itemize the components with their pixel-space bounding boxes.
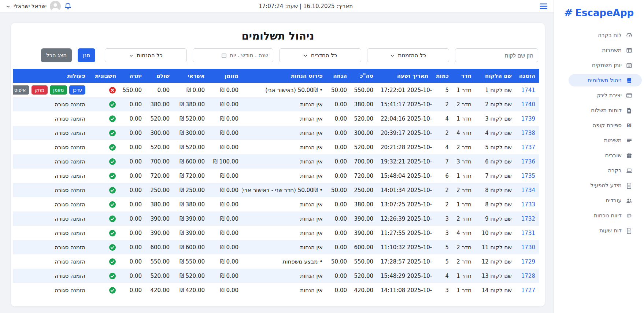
delete-button[interactable]: מחק bbox=[32, 85, 48, 95]
payment-row: 1732שם לקוח 9חדר 2312:26:39 2025-10-1439… bbox=[13, 211, 539, 226]
invoice-approved-icon bbox=[109, 144, 116, 151]
customer-name-cell: שם לקוח 5 bbox=[475, 140, 515, 154]
sidebar-item[interactable]: בקרה bbox=[569, 164, 642, 177]
order-link[interactable]: 1738 bbox=[521, 130, 535, 136]
order-link[interactable]: 1731 bbox=[521, 230, 535, 236]
datetime-cell: 12:26:39 2025-10-14 bbox=[377, 211, 432, 226]
invoice-approved-icon bbox=[109, 187, 116, 194]
avatar[interactable] bbox=[50, 1, 61, 12]
invoice-status-cell bbox=[89, 111, 120, 126]
order-link[interactable]: 1736 bbox=[521, 158, 535, 165]
column-header: שולם bbox=[145, 69, 173, 83]
room-cell: חדר 1 bbox=[452, 83, 475, 97]
room-cell: חדר 1 bbox=[452, 111, 475, 126]
room-cell: חדר 1 bbox=[452, 283, 475, 297]
user-menu[interactable]: ישראל ישראלי bbox=[6, 1, 72, 12]
actions-cell: הזמנה סגורה bbox=[13, 154, 89, 169]
chevron-down-icon bbox=[303, 54, 308, 58]
laptop-icon bbox=[626, 167, 632, 174]
filter-button[interactable]: סנן bbox=[78, 48, 95, 62]
show-all-button[interactable]: הצג הכל bbox=[41, 48, 72, 62]
order-link[interactable]: 1732 bbox=[521, 216, 535, 222]
customer-name-input[interactable] bbox=[455, 48, 538, 62]
paid-cell: 380.00 bbox=[145, 197, 173, 211]
quantity-cell: 6 bbox=[432, 169, 452, 183]
discounts-select[interactable]: כל ההנחות bbox=[105, 48, 187, 62]
sidebar-item[interactable]: שוברים bbox=[569, 149, 642, 162]
sidebar-item[interactable]: ניהול תשלומים bbox=[569, 74, 642, 86]
datetime-cell: 11:27:55 2025-10-14 bbox=[377, 226, 432, 240]
calendar-icon bbox=[221, 53, 227, 58]
discount-details-cell: אין הנחות bbox=[242, 154, 326, 169]
sidebar-item[interactable]: יצירת לינק bbox=[569, 89, 642, 102]
quantity-cell: 3 bbox=[432, 283, 452, 297]
discount-cell: 0.00 bbox=[326, 283, 351, 297]
order-link[interactable]: 1728 bbox=[521, 273, 535, 279]
room-cell: חדר 2 bbox=[452, 97, 475, 111]
order-link[interactable]: 1727 bbox=[521, 287, 535, 294]
credit-cell: ₪ 600.00 bbox=[173, 240, 208, 254]
invoice-approved-icon bbox=[109, 229, 116, 237]
notifications-bell-icon[interactable] bbox=[64, 2, 72, 10]
sidebar-item[interactable]: ₪ספירת קופה bbox=[569, 119, 642, 132]
order-link[interactable]: 1735 bbox=[521, 173, 535, 179]
sidebar-item[interactable]: דוח שעות bbox=[569, 224, 642, 237]
rooms-select[interactable]: כל החדרים bbox=[279, 48, 361, 62]
sidebar-item[interactable]: יומן משחקים bbox=[569, 59, 642, 71]
order-link[interactable]: 1737 bbox=[521, 144, 535, 151]
discount-cell: 0.00 bbox=[326, 240, 351, 254]
balance-cell: 0.00 bbox=[120, 197, 145, 211]
credit-cell: ₪ 390.00 bbox=[173, 226, 208, 240]
order-link[interactable]: 1730 bbox=[521, 244, 535, 251]
datetime-cell: 20:39:17 2025-10-14 bbox=[377, 126, 432, 140]
hamburger-menu-icon[interactable] bbox=[540, 3, 548, 10]
svg-text:₪: ₪ bbox=[627, 123, 632, 128]
sidebar-item-label: יומן משחקים bbox=[592, 62, 622, 69]
sidebar-item[interactable]: לוח בקרה bbox=[569, 29, 642, 41]
order-link[interactable]: 1729 bbox=[521, 258, 535, 265]
quantity-cell: 3 bbox=[432, 211, 452, 226]
balance-cell: 0.00 bbox=[120, 283, 145, 297]
cash-cell: ₪ 0.00 bbox=[208, 226, 242, 240]
orders-select-value: כל ההזמנות bbox=[398, 52, 426, 59]
balance-cell: 0.00 bbox=[120, 154, 145, 169]
column-header: כמות bbox=[432, 69, 452, 83]
sidebar-item[interactable]: דוחות תשלום bbox=[569, 104, 642, 117]
sidebar-item[interactable]: דיווח נוכחות bbox=[569, 209, 642, 222]
date-input[interactable]: שנה . חודש . יום bbox=[193, 48, 273, 62]
cash-cell: ₪ 100.00 bbox=[208, 154, 242, 169]
discount-cell: 0.00 bbox=[326, 140, 351, 154]
discount-details-cell: אין הנחות bbox=[242, 126, 326, 140]
payment-row: 1730שם לקוח 11חדר 2511:10:32 2025-10-146… bbox=[13, 240, 539, 254]
order-link[interactable]: 1739 bbox=[521, 115, 535, 122]
sidebar-item[interactable]: מידע למפעיל bbox=[569, 179, 642, 192]
quantity-cell: 3 bbox=[432, 226, 452, 240]
tasks-icon bbox=[626, 137, 632, 144]
discount-details-cell: אין הנחות bbox=[242, 197, 326, 211]
order-link[interactable]: 1740 bbox=[521, 101, 535, 108]
cash-button[interactable]: מזומן bbox=[50, 85, 67, 95]
cash-cell: ₪ 0.00 bbox=[208, 111, 242, 126]
order-link[interactable]: 1733 bbox=[521, 201, 535, 208]
order-closed-label: הזמנה סגורה bbox=[55, 158, 85, 165]
sidebar-item[interactable]: משמרות bbox=[569, 44, 642, 56]
sidebar-item-label: עובדים bbox=[606, 197, 622, 204]
invoice-approved-icon bbox=[109, 201, 116, 208]
sidebar-item[interactable]: משימות bbox=[569, 134, 642, 147]
payment-row: 1737שם לקוח 5חדר 2420:21:28 2025-10-1452… bbox=[13, 140, 539, 154]
actions-cell: הזמנה סגורה bbox=[13, 140, 89, 154]
invoice-status-cell bbox=[89, 226, 120, 240]
orders-select[interactable]: כל ההזמנות bbox=[367, 48, 449, 62]
brand-name: EscapeApp bbox=[575, 7, 634, 18]
customer-name-cell: שם לקוח 10 bbox=[475, 226, 515, 240]
payments-card: ניהול תשלומים כל ההזמנות כל החדרים שנה .… bbox=[11, 23, 545, 306]
chevron-down-icon bbox=[6, 4, 10, 9]
order-id-cell: 1732 bbox=[515, 211, 539, 226]
order-link[interactable]: 1741 bbox=[521, 87, 535, 93]
reset-timer-button[interactable]: איפוס טיימר bbox=[13, 85, 29, 95]
order-link[interactable]: 1734 bbox=[521, 187, 535, 194]
column-header: תאריך ושעה bbox=[377, 69, 432, 83]
sidebar-item[interactable]: עובדים bbox=[569, 194, 642, 207]
datetime-cell: 15:41:17 2025-10-15 bbox=[377, 97, 432, 111]
update-button[interactable]: עדכן bbox=[69, 85, 85, 95]
